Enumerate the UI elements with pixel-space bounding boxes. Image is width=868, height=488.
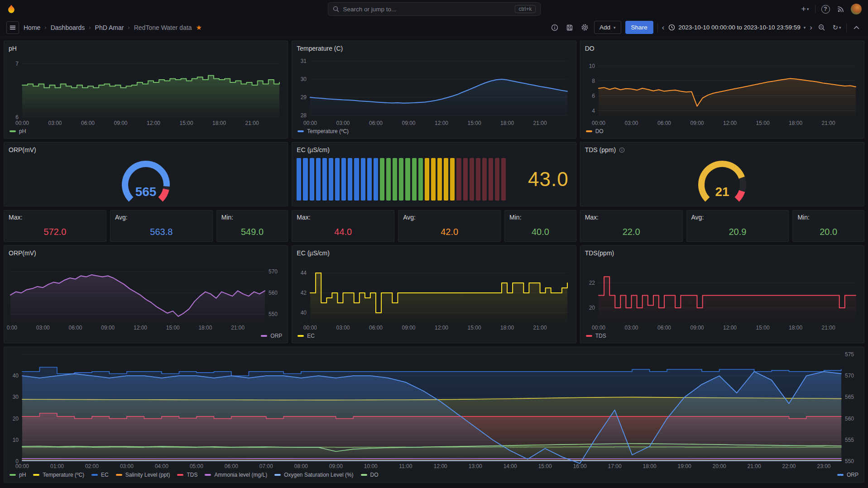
legend-item-tds[interactable]: TDS <box>586 333 606 339</box>
time-range-picker[interactable]: 2023-10-10 00:00:00 to 2023-10-10 23:59:… <box>668 24 806 31</box>
stat-value: 572.0 <box>9 221 101 239</box>
avatar[interactable] <box>851 4 862 14</box>
legend-label: EC <box>307 333 315 339</box>
legend-item-oxygen-saturation-level[interactable]: Oxygen Saturation Level (%) <box>274 472 353 478</box>
legend-item-ph[interactable]: pH <box>10 128 26 134</box>
gauge-plot: 565 <box>7 155 285 206</box>
svg-text:15:00: 15:00 <box>468 325 481 331</box>
do-plot[interactable]: 4681000:0003:0006:0009:0012:0015:0018:00… <box>583 54 861 127</box>
breadcrumb-folder[interactable]: PhD Amar <box>95 24 124 31</box>
refresh-icon: ↻ <box>832 24 838 32</box>
legend-item-orp[interactable]: ORP <box>261 333 282 339</box>
legend-item-ph[interactable]: pH <box>10 472 26 478</box>
orp-chart[interactable]: 55056057000:0003:0006:0009:0012:0015:001… <box>7 258 285 332</box>
zoom-out-button[interactable] <box>816 22 827 33</box>
svg-text:30: 30 <box>301 76 307 82</box>
legend-item-tds[interactable]: TDS <box>177 472 197 478</box>
panel-title[interactable]: Temperature (C) <box>297 45 343 52</box>
panel-title[interactable]: EC (µS/cm) <box>297 146 330 153</box>
panel-title[interactable]: TDS(ppm) <box>585 249 614 257</box>
legend-item-ec[interactable]: EC <box>297 333 315 339</box>
ph-chart[interactable]: 6700:0003:0006:0009:0012:0015:0018:0021:… <box>7 54 285 127</box>
combined-chart[interactable]: 01020304055055556056557057500:0001:0002:… <box>7 350 861 470</box>
svg-text:12:00: 12:00 <box>723 120 737 126</box>
toolbar-actions: Add ▾ Share ‹ 2023-10-10 00:00:00 to 202… <box>549 21 862 34</box>
svg-text:06:00: 06:00 <box>225 463 238 469</box>
panel-info-tooltip[interactable] <box>619 147 625 153</box>
stat-value: 42.0 <box>403 221 496 239</box>
combined-plot[interactable]: 01020304055055556056557057500:0001:0002:… <box>7 350 861 470</box>
do-chart[interactable]: 4681000:0003:0006:0009:0012:0015:0018:00… <box>583 54 861 127</box>
share-button[interactable]: Share <box>625 21 653 34</box>
panel-title[interactable]: ORP(mV) <box>9 249 36 257</box>
legend-item-do[interactable]: DO <box>586 128 604 134</box>
time-shift-forward-button[interactable]: › <box>810 24 812 31</box>
tds-gauge[interactable]: 21 <box>583 155 861 206</box>
stat-value: 44.0 <box>297 221 389 239</box>
svg-text:15:00: 15:00 <box>756 120 769 126</box>
legend-item-temperature-c[interactable]: Temperature (ºC) <box>297 128 349 134</box>
ec-bargauge[interactable]: 43.0 <box>292 155 575 206</box>
svg-text:04:00: 04:00 <box>155 463 168 469</box>
panel-title[interactable]: EC (µS/cm) <box>297 249 330 257</box>
svg-text:28: 28 <box>301 112 307 119</box>
search-input[interactable]: Search or jump to... ctrl+k <box>328 2 541 16</box>
breadcrumb-dashboards[interactable]: Dashboards <box>51 24 85 31</box>
svg-text:03:00: 03:00 <box>120 463 134 469</box>
panel-info-button[interactable] <box>549 22 560 33</box>
chevron-down-icon: ▾ <box>807 7 809 11</box>
svg-text:20:00: 20:00 <box>713 463 726 469</box>
breadcrumb-home[interactable]: Home <box>24 24 40 31</box>
svg-text:06:00: 06:00 <box>369 325 383 331</box>
lcd-cell <box>456 158 461 201</box>
tds_series-plot[interactable]: 202200:0003:0006:0009:0012:0015:0018:002… <box>583 258 861 332</box>
svg-text:15:00: 15:00 <box>468 120 481 126</box>
help-button[interactable]: ? <box>820 3 831 15</box>
legend-item-salinity-level-ppt[interactable]: Salinity Level (ppt) <box>116 472 170 478</box>
lcd-cell <box>489 158 493 201</box>
orp-gauge[interactable]: 565 <box>7 155 285 206</box>
legend-item-ammonia-level-mg-l[interactable]: Ammonia level (mg/L) <box>205 472 267 478</box>
mega-menu-toggle[interactable] <box>6 21 19 34</box>
ec-legend: EC <box>292 332 575 343</box>
stat-title: Avg: <box>403 214 496 221</box>
svg-text:20: 20 <box>13 416 19 422</box>
panel-temperature: Temperature (C) 2829303100:0003:0006:000… <box>292 41 576 139</box>
collapse-toolbar-button[interactable] <box>851 22 862 33</box>
ec_series-plot[interactable]: 40424400:0003:0006:0009:0012:0015:0018:0… <box>295 258 573 332</box>
ec-chart[interactable]: 40424400:0003:0006:0009:0012:0015:0018:0… <box>295 258 573 332</box>
tds-chart[interactable]: 202200:0003:0006:0009:0012:0015:0018:002… <box>583 258 861 332</box>
do-legend: DO <box>580 127 864 138</box>
row-gauges: ORP(mV) 565 EC (µS/cm) 43.0 TDS (ppm) <box>4 142 864 206</box>
save-dashboard-button[interactable] <box>564 22 575 33</box>
news-button[interactable] <box>835 3 846 15</box>
panel-title[interactable]: pH <box>9 45 17 52</box>
panel-title[interactable]: DO <box>585 45 595 52</box>
refresh-button[interactable]: ↻▾ <box>831 22 842 33</box>
topnav-right-actions: +▾ ? <box>800 3 862 15</box>
dashboard-settings-button[interactable] <box>579 22 590 33</box>
time-shift-back-button[interactable]: ‹ <box>662 24 665 31</box>
orp_series-plot[interactable]: 55056057000:0003:0006:0009:0012:0015:001… <box>7 258 285 332</box>
grafana-logo[interactable] <box>6 4 16 14</box>
ph-plot[interactable]: 6700:0003:0006:0009:0012:0015:0018:0021:… <box>7 54 285 127</box>
lcd-cell <box>418 158 423 201</box>
legend-item-do[interactable]: DO <box>361 472 379 478</box>
stat-title: Max: <box>585 214 678 221</box>
lcd-cell <box>501 158 506 201</box>
stat-title: Min: <box>509 214 571 221</box>
new-menu-button[interactable]: +▾ <box>800 3 810 15</box>
panel-title[interactable]: TDS (ppm) <box>585 146 616 153</box>
panel-title[interactable]: ORP(mV) <box>9 146 36 153</box>
svg-text:09:00: 09:00 <box>329 463 343 469</box>
legend-item-orp[interactable]: ORP <box>837 472 858 478</box>
temperature-plot[interactable]: 2829303100:0003:0006:0009:0012:0015:0018… <box>295 54 573 127</box>
svg-text:560: 560 <box>845 416 854 422</box>
svg-text:15:00: 15:00 <box>180 120 193 126</box>
legend-item-temperature-c[interactable]: Temperature (ºC) <box>33 472 84 478</box>
favorite-star-icon[interactable]: ★ <box>196 24 202 32</box>
chevron-right-icon: › <box>128 24 129 31</box>
temperature-chart[interactable]: 2829303100:0003:0006:0009:0012:0015:0018… <box>295 54 573 127</box>
add-panel-button[interactable]: Add ▾ <box>594 21 621 34</box>
legend-item-ec[interactable]: EC <box>91 472 109 478</box>
